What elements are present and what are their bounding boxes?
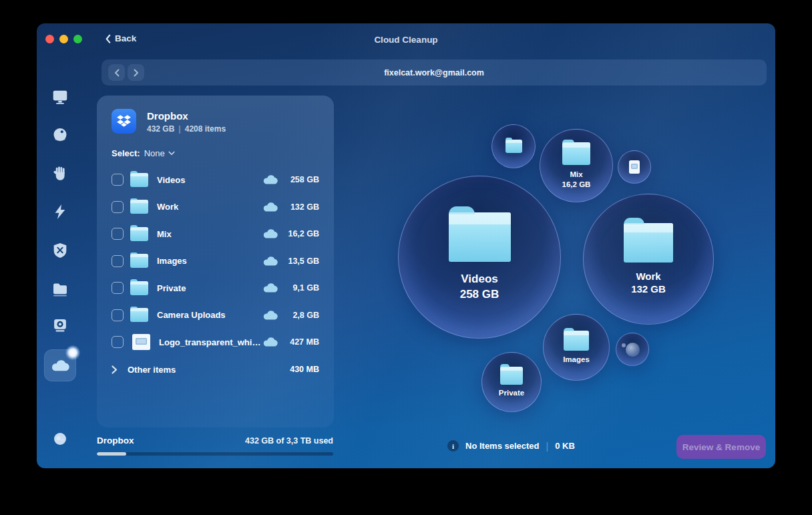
checkbox[interactable] [112, 228, 124, 240]
item-name: Logo_transparent_whit… [159, 337, 263, 347]
folder-icon [130, 200, 148, 214]
checkbox[interactable] [112, 255, 124, 267]
titlebar: Back Cloud Cleanup [37, 23, 775, 59]
cloud-icon [263, 256, 278, 266]
sidebar-item-cloud-cleanup[interactable] [44, 349, 76, 381]
folder-icon [624, 223, 673, 263]
list-item[interactable]: Work132 GB [112, 194, 319, 221]
mac-icon [51, 88, 69, 106]
dropbox-logo-icon [112, 109, 136, 134]
bubble-label: Work132 GB [631, 271, 666, 296]
folder-icon [130, 227, 148, 241]
page-title: Cloud Cleanup [37, 35, 775, 45]
file-icon [132, 334, 150, 350]
sidebar-item-protection[interactable] [44, 158, 76, 190]
selection-size: 0 KB [555, 441, 575, 451]
list-item[interactable]: Private9,1 GB [112, 275, 319, 302]
other-items-size: 430 MB [290, 365, 319, 374]
chevron-right-icon [112, 365, 118, 374]
bubble-label: Videos258 GB [460, 272, 499, 301]
item-name: Private [157, 283, 263, 293]
bubble-label: Mix16,2 GB [562, 170, 591, 189]
orb-icon [52, 431, 68, 447]
select-value: None [144, 148, 165, 158]
list-item[interactable]: Mix16,2 GB [112, 220, 319, 248]
bubble-label: Images [563, 355, 590, 364]
sidebar-item-assistant[interactable] [44, 423, 76, 455]
selection-status: i No Items selected | 0 KB [447, 440, 575, 452]
account-bar: fixelcat.work@gmail.com [102, 59, 767, 85]
scanner-icon [51, 317, 69, 334]
cloud-icon [263, 311, 278, 320]
item-size: 16,2 GB [278, 229, 319, 238]
folder-icon [500, 367, 523, 385]
review-remove-button[interactable]: Review & Remove [676, 435, 766, 459]
folder-icon [130, 173, 148, 187]
hand-icon [51, 165, 69, 182]
item-size: 2,8 GB [278, 311, 319, 320]
app-window: Back Cloud Cleanup fixelcat.work@gmail.c… [37, 23, 775, 468]
cloud-icon [51, 357, 69, 375]
usage-service-label: Dropbox [97, 436, 134, 446]
list-item[interactable]: Camera Uploads2,8 GB [112, 302, 319, 329]
cloud-icon [263, 202, 278, 212]
checkbox[interactable] [112, 282, 124, 294]
item-size: 13,5 GB [278, 256, 319, 266]
list-item[interactable]: Logo_transparent_whit…427 MB [112, 329, 319, 356]
folder-icon [130, 254, 148, 268]
folder-icon [449, 212, 511, 262]
sidebar-item-smart-scan[interactable] [44, 81, 76, 113]
item-size: 427 MB [278, 337, 319, 347]
account-email: fixelcat.work@gmail.com [102, 59, 767, 85]
sidebar-item-applications[interactable] [44, 234, 76, 267]
folder-icon [562, 142, 590, 165]
chevron-down-icon [168, 151, 175, 156]
bubble-videos[interactable]: Videos258 GB [398, 176, 561, 339]
bubble-private[interactable]: Private [481, 352, 542, 412]
folder-icon [505, 140, 522, 153]
bubble-mix[interactable]: Mix16,2 GB [540, 129, 613, 202]
list-item[interactable]: Images13,5 GB [112, 248, 319, 275]
other-items-row[interactable]: Other items 430 MB [112, 356, 319, 383]
select-label: Select: [112, 148, 140, 158]
list-item[interactable]: Videos258 GB [112, 166, 319, 194]
checkbox[interactable] [112, 336, 124, 348]
sidebar-item-my-clutter[interactable] [44, 309, 76, 341]
folder-icon [130, 308, 148, 322]
bubble-label: Private [499, 388, 524, 397]
cloud-icon [263, 283, 278, 293]
item-name: Camera Uploads [157, 310, 263, 320]
service-size: 432 GB [147, 124, 174, 134]
select-dropdown[interactable]: Select: None [112, 148, 319, 158]
usage-progress-fill [97, 452, 126, 456]
lightning-icon [51, 203, 69, 220]
bubble-work[interactable]: Work132 GB [583, 194, 714, 325]
bubble-sphere-small[interactable] [616, 333, 649, 366]
storage-usage: Dropbox 432 GB of 3,3 TB used [97, 436, 333, 456]
notification-badge [65, 345, 80, 360]
other-items-label: Other items [128, 365, 290, 375]
shield-icon [51, 242, 69, 259]
lens-icon [51, 126, 69, 144]
item-name: Images [157, 256, 263, 266]
bubble-file-small[interactable] [618, 150, 651, 184]
checkbox[interactable] [112, 309, 124, 321]
sidebar-item-speed[interactable] [44, 196, 76, 228]
cloud-icon [263, 175, 278, 184]
info-icon[interactable]: i [447, 440, 459, 452]
item-name: Videos [157, 175, 263, 185]
folder-icon [130, 281, 148, 295]
folder-icon [51, 281, 69, 298]
checkbox[interactable] [112, 174, 124, 186]
checkbox[interactable] [112, 201, 124, 213]
bubble-folder-small[interactable] [491, 124, 536, 168]
bubble-images[interactable]: Images [543, 314, 610, 381]
sidebar-item-files[interactable] [44, 273, 76, 305]
usage-progress-bar [97, 452, 333, 456]
sphere-icon [626, 343, 640, 357]
folder-icon [564, 331, 589, 351]
sidebar-item-space-lens[interactable] [44, 119, 76, 151]
selection-text: No Items selected [465, 441, 540, 451]
desktop-background: Back Cloud Cleanup fixelcat.work@gmail.c… [0, 0, 812, 515]
item-name: Work [157, 202, 263, 212]
